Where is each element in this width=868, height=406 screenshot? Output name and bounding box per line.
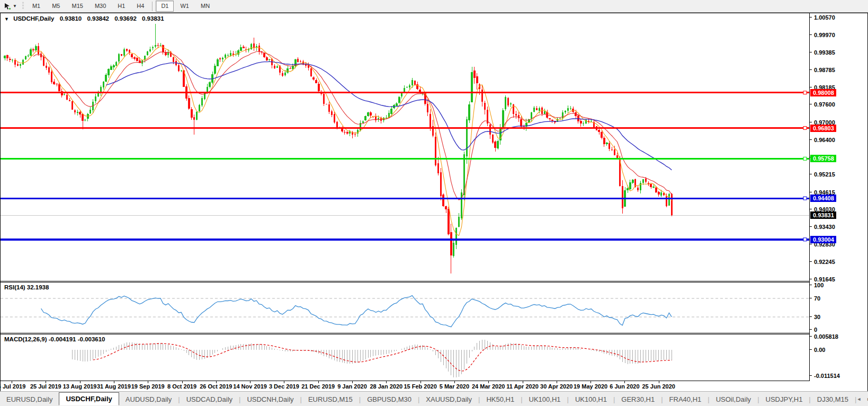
time-axis-tick-label: 30 Apr 2020	[540, 383, 572, 390]
tick-mark	[810, 174, 812, 174]
tick-mark	[810, 122, 812, 122]
price-axis-tick: 0.96400	[810, 137, 867, 143]
time-axis-tick-label: 19 May 2020	[574, 383, 607, 390]
cursor-tool-button[interactable]: ▼	[1, 1, 20, 11]
rsi-indicator-label: RSI(14) 32.1938	[4, 284, 49, 290]
chart-tab-fra40-h1[interactable]: FRA40,H1	[663, 393, 708, 405]
rsi-axis-tick-label: 30	[814, 314, 820, 320]
time-axis-tick-label: 26 Oct 2019	[200, 383, 232, 390]
chart-tab-gbpusd-m30[interactable]: GBPUSD,M30	[361, 393, 418, 405]
tab-scroll-arrows: ◄►	[856, 396, 868, 402]
price-axis-tick-label: 0.95215	[814, 171, 835, 178]
price-axis-tick: 0.97600	[810, 101, 867, 108]
timeframe-button-h4[interactable]: H4	[131, 1, 149, 12]
chart-canvas[interactable]	[1, 13, 809, 381]
tick-mark	[810, 226, 812, 227]
macd-axis-tick-label: 0.00	[814, 347, 825, 353]
rsi-axis-tick-label: 100	[814, 282, 824, 288]
chart-tab-uk100-h1[interactable]: UK100,H1	[523, 393, 567, 405]
tick-mark	[810, 17, 812, 17]
rsi-axis-tick-label: 0	[814, 326, 817, 333]
time-axis-tick-label: 25 Jul 2019	[30, 383, 61, 390]
price-axis[interactable]: 1.005700.999700.993850.987850.981850.976…	[809, 13, 867, 381]
price-axis-tick-label: 0.99385	[814, 49, 835, 56]
timeframe-button-m30[interactable]: M30	[90, 1, 111, 12]
time-axis-tick-label: 19 Sep 2019	[131, 383, 165, 390]
chart-tab-audusd-daily[interactable]: AUDUSD,Daily	[119, 393, 178, 405]
toolbar-drag-handle[interactable]	[22, 2, 24, 10]
time-axis-tick-label: 25 Jun 2020	[642, 383, 675, 390]
rsi-axis-tick: 30	[810, 314, 867, 320]
price-axis-tick: 1.00570	[810, 14, 867, 21]
ma-line-12	[33, 51, 672, 200]
timeframe-button-d1[interactable]: D1	[156, 1, 174, 12]
chart-tab-usdjpy-h1[interactable]: USDJPY,H1	[759, 393, 809, 405]
price-line-label: 0.94408	[810, 195, 836, 202]
time-axis-tick-label: 9 Jan 2020	[337, 383, 367, 390]
bear-candle-wicks	[7, 38, 672, 273]
bull-candle-wicks	[5, 24, 669, 258]
chart-title-overlay: ▼ USDCHF,Daily 0.93810 0.93842 0.93692 0…	[4, 15, 168, 22]
timeframe-button-m15[interactable]: M15	[66, 1, 88, 12]
price-line-label: 0.93004	[810, 236, 836, 243]
macd-axis-tick-label: 0.005818	[814, 333, 838, 340]
price-axis-tick: 0.99385	[810, 49, 867, 56]
chart-tabs: EURUSD,DailyUSDCHF,DailyAUDUSD,Daily|USD…	[0, 393, 856, 405]
chart-tab-usoil-daily[interactable]: USOil,Daily	[710, 393, 757, 405]
tick-mark	[810, 87, 812, 87]
line-anchor-square	[803, 238, 807, 241]
chart-tab-dj30-m15[interactable]: DJ30,M15	[811, 393, 855, 405]
time-axis-tick-label: 28 Jan 2020	[370, 383, 402, 390]
price-axis-tick-label: 0.96400	[814, 137, 835, 143]
rsi-axis-tick: 70	[810, 295, 867, 302]
chart-tab-xauusd-daily[interactable]: XAUUSD,Daily	[419, 393, 478, 405]
tab-scroll-left-icon[interactable]: ◄	[856, 396, 866, 402]
chart-menu-icon[interactable]: ▼	[4, 16, 9, 22]
timeframe-toolbar: M1M5M15M30H1H4D1W1MN	[26, 1, 216, 12]
bull-candle-bodies	[4, 44, 670, 256]
tick-mark	[810, 139, 812, 140]
chart-tab-usdcnh-daily[interactable]: USDCNH,Daily	[240, 393, 300, 405]
price-axis-tick: 0.93430	[810, 224, 867, 230]
tick-mark	[810, 52, 812, 52]
timeframe-button-h1[interactable]: H1	[112, 1, 130, 12]
tick-mark	[810, 244, 812, 244]
timeframe-button-m1[interactable]: M1	[27, 1, 46, 12]
rsi-axis-tick-label: 70	[814, 295, 820, 302]
tick-mark	[810, 279, 812, 279]
chart-tab-eurusd-daily[interactable]: EURUSD,Daily	[0, 393, 59, 405]
tick-mark	[810, 375, 812, 376]
price-axis-tick-label: 0.99970	[814, 32, 835, 38]
chart-tab-ger30-h1[interactable]: GER30,H1	[615, 393, 661, 405]
tick-mark	[810, 261, 812, 262]
line-anchor-square	[803, 91, 807, 94]
time-axis-tick-label: 31 Aug 2019	[97, 383, 131, 390]
time-axis-tick-label: 14 Nov 2019	[233, 383, 267, 390]
price-axis-tick-label: 0.98785	[814, 67, 835, 73]
timeframe-button-mn[interactable]: MN	[195, 1, 215, 12]
line-anchor-square	[803, 197, 807, 200]
price-axis-tick: 0.98785	[810, 67, 867, 73]
chart-tab-hk50-h1[interactable]: HK50,H1	[480, 393, 521, 405]
chart-tab-usdcad-daily[interactable]: USDCAD,Daily	[180, 393, 239, 405]
time-axis-tick-label: 21 Dec 2019	[301, 383, 335, 390]
time-axis-tick-label: 6 Jun 2020	[610, 383, 639, 390]
time-axis[interactable]: 6 Jul 201925 Jul 201913 Aug 201931 Aug 2…	[1, 381, 809, 391]
chart-tab-uk100-h1[interactable]: UK100,H1	[569, 393, 613, 405]
chart-tab-usdchf-daily[interactable]: USDCHF,Daily	[59, 392, 119, 405]
price-axis-tick: 0.92245	[810, 259, 867, 265]
price-axis-tick: 0.99970	[810, 32, 867, 38]
tick-mark	[810, 316, 812, 317]
tick-mark	[810, 298, 812, 298]
chart-tab-bar: EURUSD,DailyUSDCHF,DailyAUDUSD,Daily|USD…	[0, 391, 868, 406]
timeframe-button-m5[interactable]: M5	[47, 1, 65, 12]
timeframe-button-w1[interactable]: W1	[175, 1, 194, 12]
ohlc-close: 0.93831	[142, 15, 164, 22]
price-axis-tick-label: 0.93430	[814, 224, 835, 230]
top-toolbar: ▼ M1M5M15M30H1H4D1W1MN	[0, 0, 868, 13]
chart-symbol: USDCHF,Daily	[13, 15, 54, 22]
tick-mark	[810, 69, 812, 70]
chart-tab-eurusd-m15[interactable]: EURUSD,M15	[302, 393, 359, 405]
price-line-label: 0.96803	[810, 125, 836, 132]
macd-axis-tick: 0.00	[810, 347, 867, 353]
